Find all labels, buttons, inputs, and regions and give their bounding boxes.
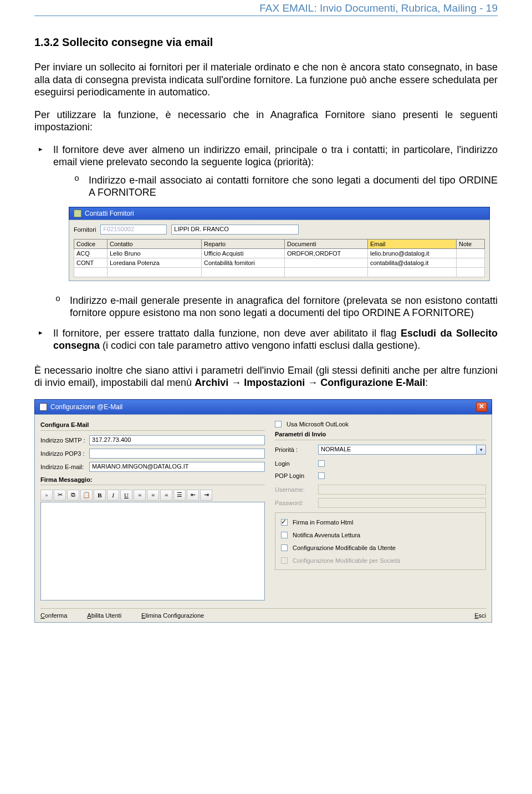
menu-config-email: Configurazione E-Mail xyxy=(320,377,425,388)
bullet-text-post: (i codici con tale parametro attivo veng… xyxy=(100,340,420,351)
window-title: Contatti Fornitori xyxy=(85,210,134,217)
col-contatto[interactable]: Contatto xyxy=(108,239,202,248)
cell-codice: ACQ xyxy=(74,248,108,258)
label-outlook: Usa Microsoft OutLook xyxy=(287,421,349,427)
esci-button[interactable]: Esci xyxy=(474,612,486,619)
toolbar-cut-icon[interactable]: ✂ xyxy=(54,490,66,501)
checkbox-firma-html[interactable] xyxy=(281,519,288,526)
toolbar-underline[interactable]: U xyxy=(120,490,132,501)
label-username: Username: xyxy=(275,486,315,493)
window-icon xyxy=(74,210,81,217)
col-documenti[interactable]: Documenti xyxy=(285,239,368,248)
col-codice[interactable]: Codice xyxy=(74,239,108,248)
label-password: Password: xyxy=(275,500,315,506)
paragraph-intro: Per inviare un sollecito ai fornitori pe… xyxy=(34,61,498,99)
col-reparto[interactable]: Reparto xyxy=(202,239,285,248)
field-fornitore-name[interactable]: LIPPI DR. FRANCO xyxy=(171,225,299,235)
screenshot-config-email: Configurazione @E-Mail ✕ Configura E-Mai… xyxy=(34,399,492,623)
username-field xyxy=(318,485,486,495)
abilita-utenti-button[interactable]: Abilita Utenti xyxy=(87,612,121,619)
field-fornitore-code[interactable]: F02150002 xyxy=(100,225,167,235)
smtp-field[interactable]: 317.27.73.400 xyxy=(89,435,265,445)
toolbar-new-icon[interactable]: ▫ xyxy=(40,490,53,501)
editor-toolbar: ▫ ✂ ⧉ 📋 B I U ≡ ≡ ≡ ☰ ⇤ ⇥ xyxy=(40,490,265,501)
group-parametri-invio: Parametri di Invio xyxy=(275,431,486,437)
table-row[interactable] xyxy=(74,267,485,277)
chevron-down-icon[interactable]: ▾ xyxy=(477,445,486,455)
checkbox-pop-login[interactable] xyxy=(318,472,325,479)
checkbox-notifica[interactable] xyxy=(281,532,288,538)
label-notifica: Notifica Avvenuta Lettura xyxy=(293,532,360,538)
label-login: Login xyxy=(275,460,315,467)
sub-bullet-generale: Indirizzo e-mail generale presente in an… xyxy=(34,294,498,319)
window-titlebar: Configurazione @E-Mail ✕ xyxy=(34,399,492,414)
table-row[interactable]: CONT Loredana Potenza Contabilità fornit… xyxy=(74,258,485,267)
toolbar-copy-icon[interactable]: ⧉ xyxy=(67,490,79,501)
section-title: 1.3.2 Sollecito consegne via email xyxy=(34,36,498,49)
divider xyxy=(40,430,265,431)
paragraph-config: È necessario inoltre che siano attivi i … xyxy=(34,364,498,389)
label-conf-utente: Configurazione Modificabile da Utente xyxy=(293,544,396,551)
bullet-text-pre: Il fornitore, per essere trattato dalla … xyxy=(53,328,401,339)
arrow-icon: → xyxy=(305,377,320,388)
label-email: Indirizzo E-mail: xyxy=(40,464,86,470)
elimina-config-button[interactable]: Elimina Configurazione xyxy=(141,612,204,619)
cell-contatto: Loredana Potenza xyxy=(108,258,202,267)
conferma-button[interactable]: Conferma xyxy=(40,612,67,619)
password-field xyxy=(318,498,486,508)
cell-note xyxy=(457,248,485,258)
checkbox-outlook[interactable] xyxy=(275,421,282,427)
priorita-select[interactable]: NORMALE ▾ xyxy=(318,445,486,455)
label-priorita: Priorità : xyxy=(275,446,315,453)
label-conf-societa: Configurazione Modificabile per Società xyxy=(293,557,400,564)
toolbar-list-icon[interactable]: ☰ xyxy=(173,490,186,501)
label-firma-html: Firma in Formato Html xyxy=(293,519,353,526)
bullet-text: Il fornitore deve aver almeno un indiriz… xyxy=(53,144,498,168)
toolbar-bold[interactable]: B xyxy=(94,490,106,501)
arrow-icon: → xyxy=(228,377,244,388)
pop3-field[interactable] xyxy=(89,449,265,459)
label-smtp: Indirizzo SMTP : xyxy=(40,437,86,444)
cell-contatto: Lelio Bruno xyxy=(108,248,202,258)
window-titlebar: Contatti Fornitori xyxy=(69,207,490,220)
p3-colon: : xyxy=(425,377,428,388)
firma-editor[interactable] xyxy=(40,502,265,600)
checkbox-conf-utente[interactable] xyxy=(281,544,288,551)
divider xyxy=(275,440,486,440)
page-content: 1.3.2 Sollecito consegne via email Per i… xyxy=(0,36,532,645)
menu-archivi: Archivi xyxy=(195,377,228,388)
cell-reparto: Contabilità fornitori xyxy=(202,258,285,267)
bullet-fornitore-email: Il fornitore deve aver almeno un indiriz… xyxy=(34,144,498,199)
table-row[interactable]: ACQ Lelio Bruno Ufficio Acquisti ORDFOR,… xyxy=(74,248,485,258)
cell-email: lelio.bruno@datalog.it xyxy=(368,248,457,258)
screenshot-contatti-fornitori: Contatti Fornitori Fornitori F02150002 L… xyxy=(69,207,490,281)
close-button[interactable]: ✕ xyxy=(476,402,487,412)
group-configura-email: Configura E-Mail xyxy=(40,421,265,428)
sub-bullet-ordine: Indirizzo e-mail associato ai contatti f… xyxy=(53,174,498,199)
cell-documenti: ORDFOR,ORDFOT xyxy=(285,248,368,258)
cell-note xyxy=(457,258,485,267)
header-rule xyxy=(34,16,498,16)
label-pop3: Indirizzo POP3 : xyxy=(40,450,86,457)
label-fornitori: Fornitori xyxy=(74,226,96,233)
button-bar: Conferma Abilita Utenti Elimina Configur… xyxy=(40,608,486,619)
toolbar-indent-icon[interactable]: ⇥ xyxy=(200,490,212,501)
options-group: Firma in Formato Html Notifica Avvenuta … xyxy=(275,512,486,570)
divider xyxy=(40,485,265,485)
toolbar-align-left-icon[interactable]: ≡ xyxy=(134,490,146,501)
label-pop-login: POP Login xyxy=(275,472,315,479)
toolbar-align-right-icon[interactable]: ≡ xyxy=(160,490,172,501)
toolbar-align-center-icon[interactable]: ≡ xyxy=(147,490,159,501)
group-firma: Firma Messaggio: xyxy=(40,476,265,483)
col-note[interactable]: Note xyxy=(457,239,485,248)
checkbox-login[interactable] xyxy=(318,460,325,467)
toolbar-outdent-icon[interactable]: ⇤ xyxy=(187,490,199,501)
window-title: Configurazione @E-Mail xyxy=(50,403,122,411)
cell-codice: CONT xyxy=(74,258,108,267)
toolbar-italic[interactable]: I xyxy=(107,490,119,501)
toolbar-paste-icon[interactable]: 📋 xyxy=(80,490,93,501)
page-header: FAX EMAIL: Invio Documenti, Rubrica, Mai… xyxy=(0,0,532,16)
email-field[interactable]: MARIANO.MINGON@DATALOG.IT xyxy=(89,462,265,472)
paragraph-impostazioni: Per utilizzare la funzione, è necessario… xyxy=(34,109,498,134)
col-email[interactable]: Email xyxy=(368,239,457,248)
